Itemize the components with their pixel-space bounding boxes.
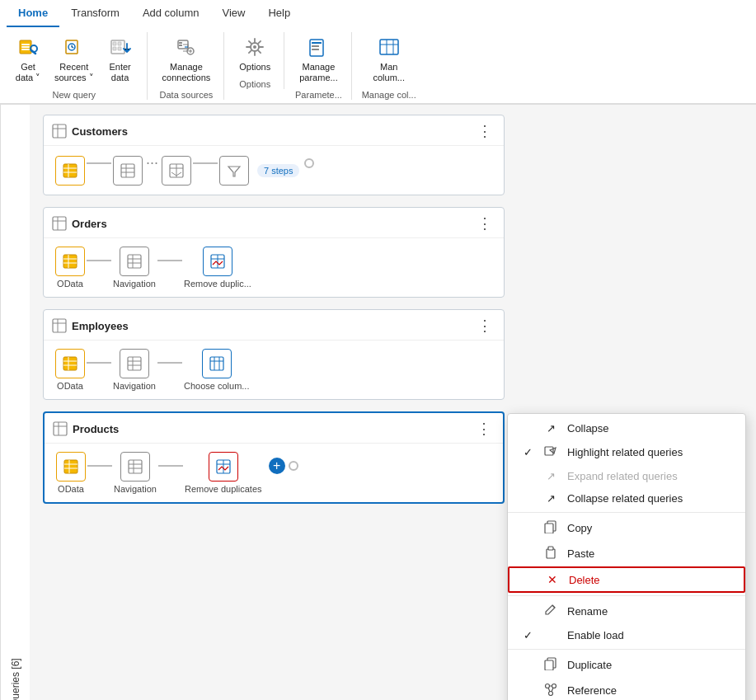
step-icon-table-gray [113,156,143,186]
divider1 [508,512,745,513]
conn-prod-2 [158,465,183,467]
step-merge [162,156,191,186]
enter-data-label: Enterdata [109,62,130,83]
ribbon-group-items: Getdata ˅ Recentsources ˅ Enterdata [10,32,139,87]
get-data-icon [16,35,40,62]
ctx-delete[interactable]: ✕ Delete [508,566,745,593]
ribbon-group-items-ds: Manageconnections [157,32,216,87]
ellipsis-steps: ··· [146,154,158,171]
step-icon-odata-emp [55,349,85,378]
svg-rect-65 [210,357,223,370]
customers-dot [304,158,314,168]
svg-rect-19 [312,42,322,44]
svg-rect-1 [21,44,30,45]
svg-rect-76 [129,460,142,473]
options-label: Options [239,62,270,73]
customers-steps-badge: 7 steps [257,164,299,177]
connector1 [87,162,111,164]
paste-label: Paste [567,547,594,560]
expand-related-icon: ↗ [542,470,559,482]
orders-menu[interactable]: ⋮ [474,214,495,233]
canvas: Customers ⋮ ··· [30,105,756,700]
parameters-label: Paramete... [295,90,342,100]
svg-rect-87 [548,547,553,550]
options-button[interactable]: Options [234,32,275,76]
svg-rect-9 [118,42,121,45]
ctx-expand-related: ↗ Expand related queries [508,465,745,487]
svg-rect-21 [312,49,319,50]
svg-rect-85 [545,524,553,533]
svg-rect-3 [21,49,30,50]
ribbon-group-manage-columns: Mancolum... Manage col... [362,32,425,100]
svg-rect-61 [128,357,141,370]
products-table-icon [53,421,68,436]
divider3 [508,649,745,650]
collapse-related-icon: ↗ [542,492,559,505]
copy-icon [542,520,559,536]
ribbon-group-items-opt: Options [234,32,275,76]
enter-data-icon [109,35,132,62]
ctx-enable-load[interactable]: ✓ Enable load [508,624,745,646]
products-menu[interactable]: ⋮ [473,420,495,438]
tab-add-column[interactable]: Add column [131,0,211,27]
svg-rect-26 [53,124,66,138]
step-table-orange [55,156,85,186]
svg-point-92 [552,684,556,688]
highlight-related-icon [542,444,559,460]
svg-rect-83 [545,447,553,455]
step-remove-dupe-orders: Remove duplic... [184,247,251,289]
reference-icon [542,683,559,698]
sidebar[interactable]: › Queries [6] [0,105,30,700]
customers-body: ··· 7 steps [44,146,504,195]
svg-rect-22 [380,40,398,54]
manage-columns-button[interactable]: Mancolum... [368,32,410,87]
svg-rect-2 [21,46,30,48]
svg-rect-14 [179,45,182,46]
tab-transform[interactable]: Transform [59,0,131,27]
step-icon-filter [219,156,249,186]
manage-connections-button[interactable]: Manageconnections [157,32,216,87]
step-icon-nav-emp [120,349,149,378]
recent-sources-button[interactable]: Recentsources ˅ [49,32,99,87]
ribbon-group-items-mc: Mancolum... [368,32,410,87]
manage-parameters-button[interactable]: Manageparame... [294,32,342,87]
choose-col-label-employees: Choose colum... [184,381,249,391]
customers-menu[interactable]: ⋮ [474,122,495,140]
svg-rect-20 [312,45,319,47]
svg-rect-13 [179,42,182,44]
step-icon-merge [162,156,191,186]
context-menu: ↗ Collapse ✓ Highlight related queries ↗… [507,413,746,700]
tab-view[interactable]: View [211,0,257,27]
svg-rect-11 [118,47,121,50]
ribbon-group-parameters: Manageparame... Paramete... [294,32,351,100]
conn-prod-1 [87,465,112,467]
enter-data-button[interactable]: Enterdata [102,32,139,87]
add-step-btn[interactable]: + [269,458,285,474]
new-query-label: New query [53,90,96,100]
ctx-rename[interactable]: Rename [508,599,745,624]
tab-home[interactable]: Home [7,0,59,27]
employees-menu[interactable]: ⋮ [474,317,495,335]
options-label-group: Options [239,79,270,89]
manage-parameters-label: Manageparame... [299,62,337,83]
ribbon-group-data-sources: Manageconnections Data sources [157,32,225,100]
ctx-duplicate[interactable]: Duplicate [508,652,745,678]
svg-rect-54 [53,319,66,332]
get-data-button[interactable]: Getdata ˅ [10,32,46,87]
ctx-collapse-related[interactable]: ↗ Collapse related queries [508,487,745,510]
svg-line-88 [552,605,555,608]
copy-label: Copy [567,522,592,534]
tab-help[interactable]: Help [256,0,302,27]
svg-rect-69 [54,422,67,435]
ctx-paste[interactable]: Paste [508,541,745,566]
ctx-highlight-related[interactable]: ✓ Highlight related queries [508,439,745,465]
ribbon-group-items-param: Manageparame... [294,32,342,87]
data-sources-label: Data sources [160,90,214,100]
ctx-copy[interactable]: Copy [508,515,745,541]
ribbon-content: Getdata ˅ Recentsources ˅ Enterdata New … [0,27,756,104]
odata-label-employees: OData [57,381,83,391]
svg-rect-47 [128,255,141,268]
ctx-collapse[interactable]: ↗ Collapse [508,417,745,439]
ctx-reference[interactable]: Reference [508,678,745,700]
step-icon-nav-prod [120,452,150,482]
